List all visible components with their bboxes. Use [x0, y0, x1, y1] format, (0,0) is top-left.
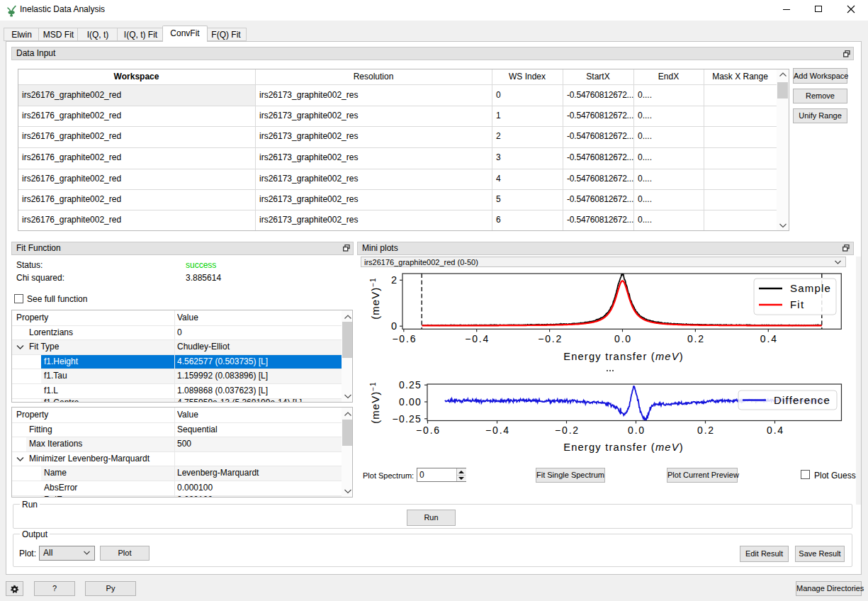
svg-text:(meV)−1: (meV)−1 [369, 277, 382, 319]
svg-text:−0.2: −0.2 [538, 333, 563, 344]
svg-text:Fit: Fit [790, 298, 804, 310]
svg-text:0.2: 0.2 [687, 333, 705, 344]
svg-text:0.00: 0.00 [399, 396, 422, 408]
svg-text:0.2: 0.2 [697, 425, 715, 436]
svg-text:0.4: 0.4 [760, 333, 778, 344]
svg-text:0: 0 [391, 320, 397, 332]
svg-text:2: 2 [391, 274, 397, 286]
svg-text:−0.4: −0.4 [465, 333, 490, 344]
svg-text:0.25: 0.25 [399, 379, 422, 391]
svg-text:0.4: 0.4 [767, 425, 784, 436]
svg-text:−0.25: −0.25 [393, 413, 422, 425]
svg-text:0.0: 0.0 [628, 425, 646, 436]
svg-text:−0.4: −0.4 [485, 425, 510, 436]
svg-text:−0.2: −0.2 [555, 425, 580, 436]
svg-text:−0.6: −0.6 [392, 333, 417, 344]
svg-text:Sample: Sample [790, 282, 831, 294]
svg-text:Difference: Difference [774, 394, 830, 406]
svg-text:0.0: 0.0 [614, 333, 632, 344]
svg-text:(meV)−1: (meV)−1 [368, 381, 381, 423]
svg-text:−0.6: −0.6 [416, 425, 441, 436]
